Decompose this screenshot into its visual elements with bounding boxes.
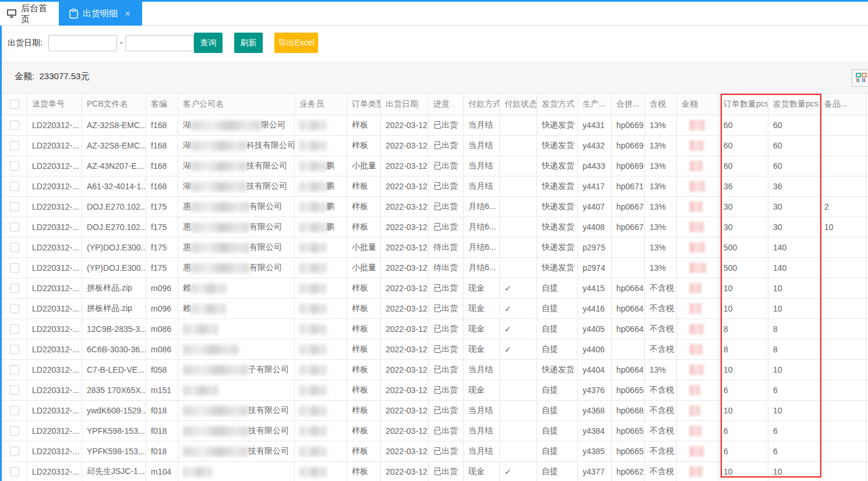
cell-company [178, 462, 295, 481]
cell-value: 样板 [352, 324, 368, 334]
cell-sales [295, 258, 347, 278]
cell-otype: 样板 [347, 421, 381, 441]
company-prefix: 赖 [183, 303, 191, 314]
cell-amount [677, 421, 719, 441]
cell-value: 月结6... [468, 242, 496, 253]
cell-value: 已出货 [433, 365, 458, 375]
redacted-text [299, 182, 326, 192]
row-checkbox[interactable] [10, 161, 19, 171]
query-button[interactable]: 查询 [194, 33, 223, 53]
cell-value: hp0669 [616, 161, 644, 171]
row-checkbox[interactable] [10, 284, 19, 293]
cell-value: 60 [773, 161, 782, 171]
row-checkbox[interactable] [10, 467, 19, 476]
cell-value: 2022-03-12 [386, 426, 428, 436]
col-header-cb [2, 94, 27, 115]
cell-company: 技有限公司 [178, 401, 295, 420]
cell-value: y4405 [583, 324, 605, 334]
row-checkbox[interactable] [10, 121, 19, 130]
cell-value: 6 [773, 447, 778, 456]
cell-sdate: 2022-03-12 [381, 176, 429, 196]
cell-value: 当月结 [468, 365, 493, 375]
cell-value: LD220312-... [32, 202, 79, 211]
salesperson-suffix: 鹏 [326, 201, 334, 212]
redacted-amount [690, 161, 703, 171]
table-row: LD220312-...拼板样品.zipm096赖样板2022-03-12已出货… [2, 278, 868, 299]
row-checkbox[interactable] [10, 202, 19, 211]
cell-qo: 6 [719, 441, 768, 461]
cell-pcb: 12C9B-2835-3... [82, 319, 146, 339]
cell-value: 现金 [468, 303, 485, 314]
cell-value: LD220312-... [32, 121, 79, 130]
row-checkbox[interactable] [10, 447, 19, 456]
cell-value: 当月结 [468, 426, 493, 436]
cell-value: f175 [151, 263, 167, 273]
table-row: LD220312-...YPFK598-153...f018技有限公司样板202… [2, 441, 868, 462]
cell-sdate: 2022-03-12 [381, 441, 429, 461]
cell-value: m096 [151, 284, 171, 293]
row-checkbox[interactable] [10, 182, 19, 191]
row-checkbox[interactable] [10, 385, 19, 395]
cell-value: 样板 [352, 426, 368, 436]
row-checkbox[interactable] [10, 243, 19, 252]
cell-sales [295, 401, 347, 420]
columns-settings-button[interactable] [852, 69, 868, 87]
cell-pay: 现金 [464, 462, 500, 481]
cell-value: 2835 170X65X... [87, 385, 146, 395]
cell-value: 当月结 [468, 405, 493, 416]
cell-sdate: 2022-03-12 [381, 401, 429, 420]
select-all-checkbox[interactable] [10, 100, 19, 109]
company-suffix: 技有限公司 [246, 161, 287, 171]
cell-paystat [500, 197, 537, 217]
cell-value: C7-B-LED-VE... [87, 365, 144, 374]
cell-cust: f168 [146, 176, 178, 196]
cell-value: 6 [773, 426, 778, 436]
row-checkbox[interactable] [10, 141, 19, 150]
cell-value: 自提 [542, 466, 558, 477]
cell-cust: f175 [146, 217, 178, 237]
refresh-button[interactable]: 刷新 [234, 33, 263, 53]
ship-date-start-input[interactable] [48, 35, 117, 51]
close-icon[interactable]: × [125, 8, 130, 20]
cell-shipm: 自提 [537, 441, 578, 461]
cell-qo: 10 [719, 299, 768, 319]
row-checkbox[interactable] [10, 426, 19, 436]
cell-merge: hp0662 [612, 462, 645, 481]
cell-value: 自提 [542, 283, 558, 293]
cell-pcb: AZ-32S8-EMC... [82, 136, 146, 155]
row-checkbox[interactable] [10, 406, 19, 415]
cell-progress: 已出货 [429, 380, 464, 400]
cell-value: 样板 [352, 181, 368, 192]
redacted-text [183, 406, 248, 416]
cell-pcb: DOJ.E270.102... [82, 197, 146, 217]
row-checkbox[interactable] [10, 222, 19, 232]
cell-qo: 10 [719, 462, 768, 481]
cell-value: 2022-03-12 [386, 161, 428, 171]
redacted-text [191, 263, 249, 273]
cell-qo: 8 [719, 339, 768, 359]
row-checkbox[interactable] [10, 263, 19, 273]
cell-value: y4408 [583, 222, 605, 232]
row-checkbox[interactable] [10, 345, 19, 354]
cell-value: 已出货 [433, 426, 458, 436]
col-header-amount: 金额 [677, 94, 719, 115]
export-excel-button[interactable]: 导出Excel [274, 33, 318, 53]
cell-pcb: C7-B-LED-VE... [82, 360, 146, 380]
cell-value: y4431 [583, 121, 605, 130]
cell-value: 30 [724, 202, 733, 211]
cell-value: hp0668 [616, 406, 644, 415]
ship-date-end-input[interactable] [125, 35, 194, 51]
cell-tax: 13% [645, 176, 677, 196]
cell-value: 10 [824, 222, 834, 232]
cell-value: 2022-03-12 [386, 365, 428, 374]
cell-paystat: ✓ [500, 339, 537, 359]
row-checkbox[interactable] [10, 304, 19, 313]
cell-value: 现金 [468, 466, 485, 477]
cell-value: m086 [151, 345, 171, 354]
tab-backend-home[interactable]: 后台首页 [0, 2, 59, 26]
cell-qs: 10 [768, 360, 820, 380]
row-checkbox[interactable] [10, 324, 19, 334]
tab-shipment-detail[interactable]: 出货明细 × [59, 2, 142, 26]
row-checkbox[interactable] [10, 365, 19, 374]
cell-shipm: 快递发货 [537, 176, 578, 196]
